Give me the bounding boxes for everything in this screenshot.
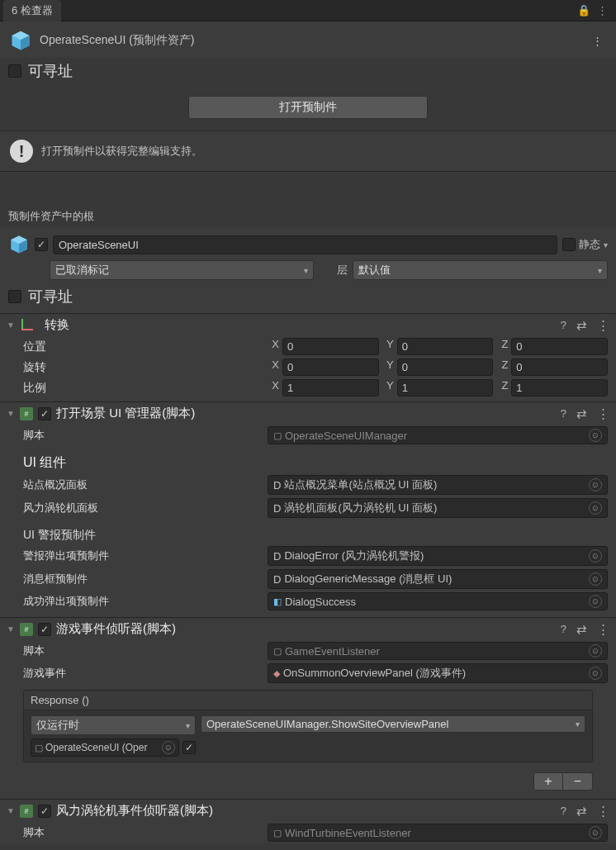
object-type-icon: D	[273, 502, 281, 515]
prefab-cube-icon	[8, 234, 30, 255]
call-mode-dropdown[interactable]: 仅运行时 ▾	[31, 715, 196, 735]
scale-y-input[interactable]: 1	[397, 379, 494, 397]
scale-x-input[interactable]: 1	[282, 379, 379, 397]
tag-dropdown[interactable]: 已取消标记 ▾	[50, 260, 314, 280]
static-dropdown-icon[interactable]: ▾	[604, 240, 608, 249]
game-event-field[interactable]: ◆ OnSummonOverviewPanel (游戏事件) ⊙	[268, 663, 608, 683]
asset-header: OperateSceneUI (预制件资产) ⋮	[0, 21, 616, 58]
script-file-icon: ▢	[273, 430, 282, 441]
component-enabled-checkbox[interactable]	[38, 805, 51, 818]
axis-y-label: Y	[382, 338, 394, 355]
object-picker-icon[interactable]: ⊙	[589, 501, 602, 515]
object-picker-icon[interactable]: ⊙	[589, 429, 602, 442]
preset-icon[interactable]: ⇄	[576, 804, 587, 819]
addressable-checkbox[interactable]	[8, 64, 21, 78]
tab-menu-icon[interactable]: ⋮	[597, 4, 608, 17]
component-menu-icon[interactable]: ⋮	[597, 622, 609, 637]
asset-context-menu-icon[interactable]: ⋮	[587, 35, 608, 47]
response-header: Response ()	[24, 691, 592, 710]
open-prefab-button[interactable]: 打开预制件	[188, 96, 428, 119]
addressable-checkbox-go[interactable]	[8, 290, 21, 303]
preset-icon[interactable]: ⇄	[576, 622, 587, 637]
csharp-icon: #	[20, 407, 33, 420]
prefab-cube-icon	[8, 28, 33, 53]
position-y-input[interactable]: 0	[397, 338, 494, 355]
static-checkbox[interactable]	[562, 238, 576, 251]
foldout-icon[interactable]: ▼	[7, 806, 15, 815]
object-picker-icon[interactable]: ⊙	[589, 478, 602, 491]
script-field[interactable]: ▢ WindTurbineEventListener ⊙	[268, 824, 608, 842]
scale-z-input[interactable]: 1	[511, 379, 608, 397]
axis-y-label: Y	[382, 379, 394, 397]
layer-dropdown[interactable]: 默认值 ▾	[353, 260, 608, 280]
static-label: 静态	[579, 237, 600, 252]
chevron-down-icon: ▾	[304, 266, 308, 275]
axis-z-label: Z	[496, 338, 508, 355]
inspector-tab[interactable]: 6 检查器	[3, 0, 61, 21]
transform-icon	[20, 319, 35, 332]
msgbox-prefab-field[interactable]: D DialogGenericMessage (消息框 UI) ⊙	[268, 569, 608, 589]
layer-label: 层	[337, 263, 348, 278]
unity-event-box: Response () 仅运行时 ▾ ▢ OperateSceneUI (Ope…	[23, 690, 593, 762]
script-field[interactable]: ▢ OperateSceneUIManager ⊙	[268, 426, 608, 444]
wind-turbine-listener-component: ▼ # 风力涡轮机事件侦听器(脚本) ? ⇄ ⋮ 脚本 ▢ WindTurbin…	[0, 799, 616, 843]
axis-y-label: Y	[382, 359, 394, 376]
gameobject-active-checkbox[interactable]	[35, 238, 48, 251]
remove-event-button[interactable]: −	[563, 772, 593, 791]
script-label: 脚本	[23, 428, 263, 443]
object-picker-icon[interactable]: ⊙	[589, 644, 602, 658]
help-icon[interactable]: ?	[561, 407, 566, 420]
object-picker-icon[interactable]: ⊙	[589, 667, 602, 680]
game-event-listener-component: ▼ # 游戏事件侦听器(脚本) ? ⇄ ⋮ 脚本 ▢ GameEventList…	[0, 617, 616, 799]
wind-turbine-listener-title: 风力涡轮机事件侦听器(脚本)	[56, 803, 213, 819]
tab-icon: 6	[12, 4, 17, 17]
alert-popup-field[interactable]: D DialogError (风力涡轮机警报) ⊙	[268, 546, 608, 566]
foldout-icon[interactable]: ▼	[7, 321, 15, 330]
info-icon: !	[10, 140, 33, 163]
object-picker-icon[interactable]: ⊙	[162, 741, 175, 754]
preset-icon[interactable]: ⇄	[576, 406, 587, 421]
msgbox-prefab-label: 消息框预制件	[23, 572, 263, 586]
prefab-root-label: 预制件资产中的根	[0, 204, 616, 227]
component-enabled-checkbox[interactable]	[38, 407, 51, 420]
object-picker-icon[interactable]: ⊙	[589, 595, 602, 608]
csharp-icon: #	[20, 805, 33, 818]
wind-turbine-panel-field[interactable]: D 涡轮机面板(风力涡轮机 UI 面板) ⊙	[268, 498, 608, 518]
foldout-icon[interactable]: ▼	[7, 409, 15, 418]
asset-name: OperateSceneUI (预制件资产)	[40, 33, 195, 48]
component-menu-icon[interactable]: ⋮	[597, 318, 609, 333]
site-overview-panel-field[interactable]: D 站点概况菜单(站点概况 UI 面板) ⊙	[268, 475, 608, 495]
object-picker-icon[interactable]: ⊙	[589, 549, 602, 563]
rotation-y-input[interactable]: 0	[397, 359, 494, 376]
lock-icon[interactable]: 🔒	[577, 4, 590, 17]
site-overview-panel-label: 站点概况面板	[23, 477, 263, 492]
rotation-label: 旋转	[23, 360, 263, 375]
component-menu-icon[interactable]: ⋮	[597, 406, 609, 421]
foldout-icon[interactable]: ▼	[7, 624, 15, 634]
event-arg-checkbox[interactable]	[182, 741, 196, 754]
position-x-input[interactable]: 0	[282, 338, 379, 355]
help-icon[interactable]: ?	[561, 319, 566, 331]
help-icon[interactable]: ?	[561, 623, 566, 635]
tab-title: 检查器	[21, 3, 53, 18]
success-popup-field[interactable]: ◧ DialogSuccess ⊙	[268, 592, 608, 610]
position-z-input[interactable]: 0	[511, 338, 608, 355]
script-file-icon: ▢	[35, 743, 43, 753]
component-menu-icon[interactable]: ⋮	[597, 804, 609, 819]
scriptable-object-icon: ◆	[273, 668, 280, 679]
object-picker-icon[interactable]: ⊙	[589, 826, 602, 839]
gameobject-name-input[interactable]: OperateSceneUI	[53, 235, 557, 254]
help-icon[interactable]: ?	[561, 805, 566, 817]
event-target-field[interactable]: ▢ OperateSceneUI (Oper ⊙	[31, 738, 179, 757]
preset-icon[interactable]: ⇄	[576, 318, 587, 333]
add-event-button[interactable]: +	[533, 772, 563, 791]
object-picker-icon[interactable]: ⊙	[589, 572, 602, 586]
event-method-dropdown[interactable]: OperateSceneUIManager.ShowSiteOverviewPa…	[201, 715, 585, 733]
transform-component: ▼ 转换 ? ⇄ ⋮ 位置 X0 Y0 Z0 旋转 X0 Y0 Z0 比例 X1…	[0, 313, 616, 401]
rotation-z-input[interactable]: 0	[511, 359, 608, 376]
script-field[interactable]: ▢ GameEventListener ⊙	[268, 642, 608, 660]
rotation-x-input[interactable]: 0	[282, 359, 379, 376]
game-event-listener-title: 游戏事件侦听器(脚本)	[56, 621, 176, 637]
component-enabled-checkbox[interactable]	[38, 623, 51, 636]
chevron-down-icon: ▾	[598, 266, 602, 275]
